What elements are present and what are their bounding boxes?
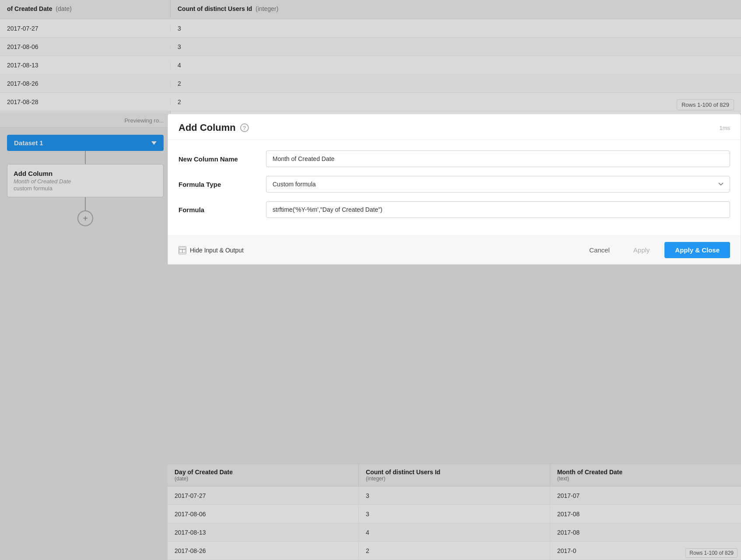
hide-io-label: Hide Input & Output: [190, 247, 244, 254]
add-column-modal: Add Column ? 1ms New Column Name Formula…: [168, 114, 741, 265]
hide-io-button[interactable]: Hide Input & Output: [178, 246, 244, 254]
modal-title-area: Add Column ?: [178, 122, 249, 133]
formula-label: Formula: [178, 206, 266, 214]
table-icon: [178, 246, 186, 254]
footer-buttons: Cancel Apply Apply & Close: [580, 242, 730, 258]
modal-timing: 1ms: [719, 125, 730, 131]
formula-row: Formula: [178, 201, 730, 218]
table-svg: [179, 248, 185, 253]
column-name-label: New Column Name: [178, 155, 266, 163]
modal-overlay: [0, 0, 741, 560]
formula-type-select[interactable]: Custom formula Date Part Date Diff Strin…: [266, 176, 730, 192]
modal-header: Add Column ? 1ms: [168, 114, 741, 140]
help-icon[interactable]: ?: [240, 123, 249, 132]
formula-input[interactable]: [266, 201, 730, 218]
formula-type-row: Formula Type Custom formula Date Part Da…: [178, 176, 730, 192]
column-name-input[interactable]: [266, 150, 730, 167]
apply-close-button[interactable]: Apply & Close: [664, 242, 730, 258]
apply-button[interactable]: Apply: [623, 242, 661, 258]
column-name-row: New Column Name: [178, 150, 730, 167]
modal-title: Add Column: [178, 122, 236, 133]
cancel-button[interactable]: Cancel: [580, 242, 619, 258]
formula-type-label: Formula Type: [178, 181, 266, 188]
modal-body: New Column Name Formula Type Custom form…: [168, 140, 741, 235]
modal-footer: Hide Input & Output Cancel Apply Apply &…: [168, 235, 741, 264]
